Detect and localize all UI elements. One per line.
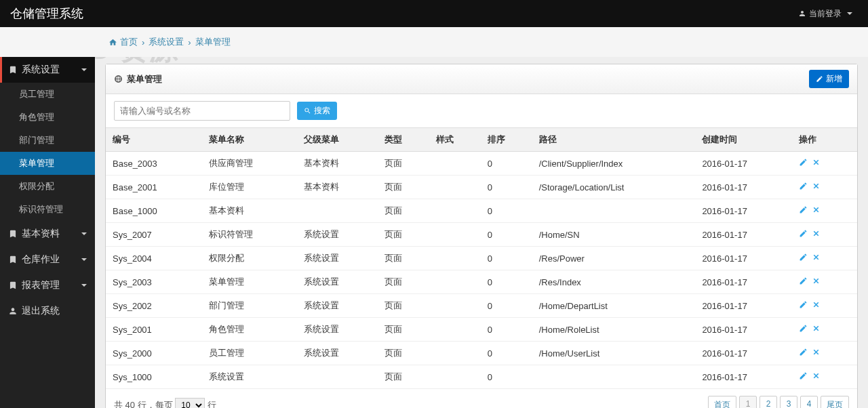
home-icon <box>108 38 117 47</box>
cell-name: 角色管理 <box>202 318 297 342</box>
add-button[interactable]: 新增 <box>809 70 849 88</box>
cell-name: 库位管理 <box>202 176 297 199</box>
cell-sort: 0 <box>481 176 532 199</box>
breadcrumb: 首页 › 系统设置 › 菜单管理 <box>0 27 868 57</box>
sidebar-item-0-0[interactable]: 员工管理 <box>0 83 95 106</box>
breadcrumb-l3[interactable]: 菜单管理 <box>195 36 231 48</box>
cell-parent: 基本资料 <box>297 176 378 199</box>
cell-parent <box>297 365 378 389</box>
table-header: 样式 <box>429 128 481 152</box>
cell-ctime: 2016-01-17 <box>695 176 792 199</box>
sidebar-item-0-5[interactable]: 标识符管理 <box>0 198 95 221</box>
search-icon <box>304 107 311 115</box>
sidebar-item-0-1[interactable]: 角色管理 <box>0 106 95 129</box>
pager: 首页1234尾页 <box>708 396 849 408</box>
login-dropdown[interactable]: 当前登录 <box>793 5 858 22</box>
delete-icon[interactable] <box>812 229 821 238</box>
delete-icon[interactable] <box>812 324 821 333</box>
cell-parent: 系统设置 <box>297 270 378 294</box>
delete-icon[interactable] <box>812 205 821 214</box>
cell-ops <box>792 199 857 223</box>
cell-code: Sys_1000 <box>106 365 202 389</box>
pager-link[interactable]: 2 <box>760 396 777 408</box>
breadcrumb-l2[interactable]: 系统设置 <box>149 36 184 48</box>
pager-link[interactable]: 尾页 <box>821 396 849 408</box>
cell-sort: 0 <box>481 294 532 318</box>
cell-style <box>429 270 481 294</box>
cell-code: Sys_2003 <box>106 270 202 294</box>
sidebar-group-4[interactable]: 退出系统 <box>0 298 95 324</box>
table-header: 操作 <box>792 128 857 152</box>
edit-icon[interactable] <box>799 371 808 380</box>
cell-sort: 0 <box>481 270 532 294</box>
per-page-select[interactable]: 10 <box>175 398 205 409</box>
delete-icon[interactable] <box>812 253 821 262</box>
search-button[interactable]: 搜索 <box>297 102 337 120</box>
sidebar-group-0[interactable]: 系统设置 <box>0 57 95 83</box>
cell-ctime: 2016-01-17 <box>695 342 792 365</box>
cell-ops <box>792 223 857 247</box>
delete-icon[interactable] <box>812 300 821 309</box>
delete-icon[interactable] <box>812 182 821 190</box>
edit-icon[interactable] <box>799 229 808 238</box>
delete-icon[interactable] <box>812 371 821 380</box>
edit-icon[interactable] <box>799 300 808 309</box>
cell-style <box>429 365 481 389</box>
sidebar-item-0-3[interactable]: 菜单管理 <box>0 152 95 175</box>
cell-parent: 系统设置 <box>297 342 378 365</box>
cell-parent: 系统设置 <box>297 223 378 247</box>
cell-path: /Home/SN <box>532 223 696 247</box>
table-row: Sys_2007标识符管理系统设置页面0/Home/SN2016-01-17 <box>106 223 857 247</box>
edit-icon[interactable] <box>799 205 808 214</box>
sidebar-group-1[interactable]: 基本资料 <box>0 221 95 247</box>
sidebar-group-2[interactable]: 仓库作业 <box>0 247 95 272</box>
cell-name: 基本资料 <box>202 199 297 223</box>
edit-icon[interactable] <box>799 277 808 285</box>
cell-ops <box>792 270 857 294</box>
cell-code: Sys_2002 <box>106 294 202 318</box>
delete-icon[interactable] <box>812 158 821 167</box>
search-input[interactable] <box>114 101 290 121</box>
edit-icon[interactable] <box>799 348 808 356</box>
cell-ctime: 2016-01-17 <box>695 365 792 389</box>
cell-ops <box>792 318 857 342</box>
sidebar-group-3[interactable]: 报表管理 <box>0 272 95 298</box>
chevron-down-icon <box>81 284 87 287</box>
edit-icon[interactable] <box>799 253 808 262</box>
delete-icon[interactable] <box>812 348 821 356</box>
sidebar-group-label: 基本资料 <box>22 228 60 240</box>
cell-path: /Storage/Location/List <box>532 176 696 199</box>
cell-parent: 系统设置 <box>297 294 378 318</box>
edit-icon[interactable] <box>799 182 808 190</box>
cell-sort: 0 <box>481 152 532 176</box>
sidebar-item-0-4[interactable]: 权限分配 <box>0 175 95 198</box>
breadcrumb-home[interactable]: 首页 <box>120 36 138 48</box>
sidebar-item-0-2[interactable]: 部门管理 <box>0 129 95 152</box>
pager-link[interactable]: 4 <box>800 396 818 408</box>
cell-sort: 0 <box>481 365 532 389</box>
cell-parent <box>297 199 378 223</box>
cell-path: /Home/UserList <box>532 342 696 365</box>
table-row: Base_1000基本资料页面02016-01-17 <box>106 199 857 223</box>
pager-link[interactable]: 3 <box>780 396 797 408</box>
cell-style <box>429 199 481 223</box>
cell-style <box>429 294 481 318</box>
cell-type: 页面 <box>378 365 429 389</box>
cell-sort: 0 <box>481 342 532 365</box>
pager-link[interactable]: 1 <box>739 396 757 408</box>
pencil-icon <box>816 75 823 83</box>
cell-name: 系统设置 <box>202 365 297 389</box>
cell-name: 标识符管理 <box>202 223 297 247</box>
edit-icon[interactable] <box>799 324 808 333</box>
pager-link[interactable]: 首页 <box>708 396 736 408</box>
cell-ctime: 2016-01-17 <box>695 152 792 176</box>
globe-icon <box>114 75 123 83</box>
cell-ops <box>792 365 857 389</box>
cell-parent: 系统设置 <box>297 318 378 342</box>
delete-icon[interactable] <box>812 277 821 285</box>
cell-code: Base_2003 <box>106 152 202 176</box>
chevron-down-icon <box>81 232 87 235</box>
table-row: Sys_2001角色管理系统设置页面0/Home/RoleList2016-01… <box>106 318 857 342</box>
edit-icon[interactable] <box>799 158 808 167</box>
cell-type: 页面 <box>378 176 429 199</box>
